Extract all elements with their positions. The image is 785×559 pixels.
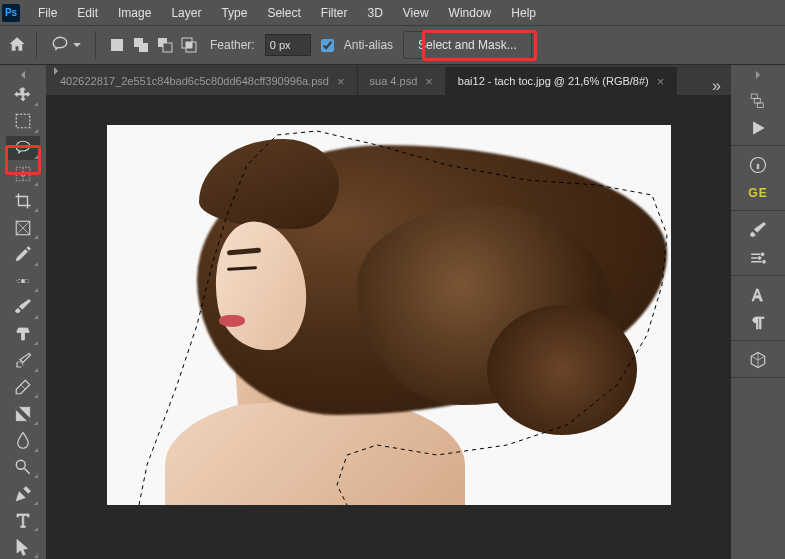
menu-help[interactable]: Help (501, 6, 546, 20)
crop-tool[interactable] (6, 189, 40, 214)
tab-label: bai12 - tach toc.jpg @ 21,6% (RGB/8#) (458, 75, 649, 87)
healing-brush-tool[interactable] (6, 269, 40, 294)
close-icon[interactable]: × (337, 74, 345, 89)
character-panel-icon[interactable] (743, 284, 773, 306)
path-selection-tool[interactable] (6, 534, 40, 559)
ge-panel-icon[interactable]: GE (743, 182, 773, 204)
lasso-tool[interactable] (6, 136, 40, 161)
svg-rect-0 (111, 39, 123, 51)
menu-filter[interactable]: Filter (311, 6, 358, 20)
anti-alias-checkbox[interactable] (321, 39, 334, 52)
close-icon[interactable]: × (657, 74, 665, 89)
brush-tool[interactable] (6, 295, 40, 320)
menu-layer[interactable]: Layer (161, 6, 211, 20)
marquee-tool[interactable] (6, 109, 40, 134)
tab-doc-3[interactable]: bai12 - tach toc.jpg @ 21,6% (RGB/8#) × (446, 67, 678, 95)
feather-label: Feather: (210, 38, 255, 52)
select-and-mask-button[interactable]: Select and Mask... (403, 31, 532, 59)
menu-view[interactable]: View (393, 6, 439, 20)
tab-doc-1[interactable]: 402622817_2e551c84bad6c5c80dd648cff39099… (48, 67, 358, 95)
selection-mode-group (106, 34, 200, 56)
svg-point-13 (22, 279, 25, 282)
dodge-tool[interactable] (6, 455, 40, 480)
svg-rect-2 (139, 43, 148, 52)
svg-rect-4 (163, 43, 172, 52)
history-panel-icon[interactable] (743, 89, 773, 111)
selection-intersect-button[interactable] (178, 34, 200, 56)
menu-image[interactable]: Image (108, 6, 161, 20)
svg-rect-16 (751, 94, 757, 99)
tab-label: 402622817_2e551c84bad6c5c80dd648cff39099… (60, 75, 329, 87)
tab-label: sua 4.psd (370, 75, 418, 87)
menu-edit[interactable]: Edit (67, 6, 108, 20)
actions-panel-icon[interactable] (743, 117, 773, 139)
separator (36, 31, 37, 59)
menu-window[interactable]: Window (439, 6, 502, 20)
menu-3d[interactable]: 3D (357, 6, 392, 20)
selection-subtract-button[interactable] (154, 34, 176, 56)
blur-tool[interactable] (6, 428, 40, 453)
history-brush-tool[interactable] (6, 348, 40, 373)
type-tool[interactable] (6, 508, 40, 533)
frame-tool[interactable] (6, 215, 40, 240)
tab-doc-2[interactable]: sua 4.psd × (358, 67, 446, 95)
options-bar: Feather: Anti-alias Select and Mask... (0, 25, 785, 65)
pen-tool[interactable] (6, 481, 40, 506)
menu-file[interactable]: File (28, 6, 67, 20)
svg-point-20 (761, 253, 764, 256)
chevron-down-icon (73, 43, 81, 47)
app-logo[interactable]: Ps (2, 4, 20, 22)
svg-point-15 (16, 460, 25, 469)
lasso-selection-outline (107, 125, 671, 505)
svg-point-22 (763, 260, 766, 263)
menu-bar: Ps File Edit Image Layer Type Select Fil… (0, 0, 785, 25)
document-tabs: 402622817_2e551c84bad6c5c80dd648cff39099… (46, 65, 731, 95)
svg-rect-8 (16, 114, 30, 128)
info-panel-icon[interactable] (743, 154, 773, 176)
move-tool[interactable] (6, 82, 40, 107)
feather-input[interactable] (265, 34, 311, 56)
clone-stamp-tool[interactable] (6, 322, 40, 347)
document-area: 402622817_2e551c84bad6c5c80dd648cff39099… (46, 65, 731, 559)
gradient-tool[interactable] (6, 401, 40, 426)
canvas[interactable] (107, 125, 671, 505)
svg-rect-18 (757, 103, 763, 108)
right-panel-strip: GE (731, 65, 785, 559)
quick-selection-tool[interactable] (6, 162, 40, 187)
menu-type[interactable]: Type (211, 6, 257, 20)
anti-alias-label: Anti-alias (344, 38, 393, 52)
svg-point-21 (758, 257, 761, 260)
home-icon[interactable] (8, 35, 26, 56)
brushes-panel-icon[interactable] (743, 219, 773, 241)
3d-panel-icon[interactable] (743, 349, 773, 371)
canvas-viewport[interactable] (46, 95, 731, 559)
right-expand-button[interactable] (731, 69, 785, 81)
svg-rect-7 (186, 42, 192, 48)
close-icon[interactable]: × (425, 74, 433, 89)
eraser-tool[interactable] (6, 375, 40, 400)
svg-point-10 (21, 172, 26, 177)
paragraph-panel-icon[interactable] (743, 312, 773, 334)
toolbox (0, 65, 46, 559)
adjustments-panel-icon[interactable] (743, 247, 773, 269)
tab-overflow-button[interactable]: » (702, 77, 731, 95)
eyedropper-tool[interactable] (6, 242, 40, 267)
separator (95, 31, 96, 59)
selection-add-button[interactable] (130, 34, 152, 56)
svg-rect-17 (754, 99, 760, 104)
menu-select[interactable]: Select (257, 6, 310, 20)
lasso-icon (51, 35, 69, 56)
tool-preset-dropdown[interactable] (47, 33, 85, 58)
selection-new-button[interactable] (106, 34, 128, 56)
toolbox-expand-button[interactable] (0, 69, 46, 80)
